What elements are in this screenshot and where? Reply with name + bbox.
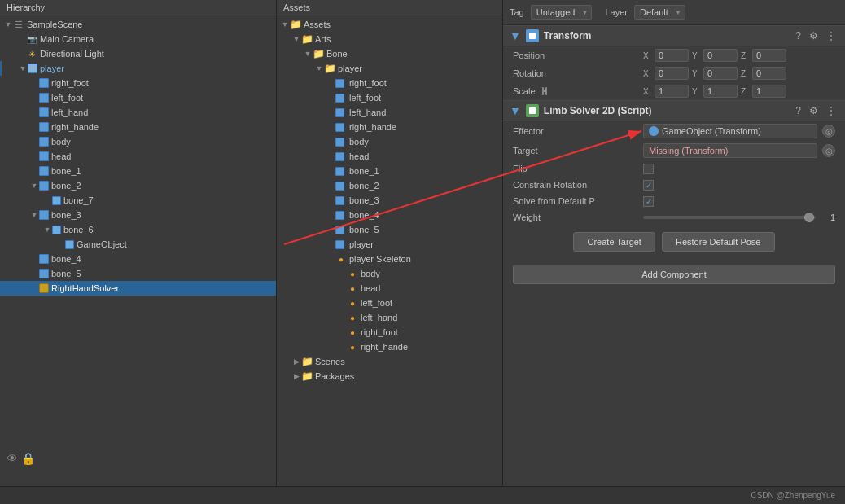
hierarchy-tree[interactable]: ☰SampleScene📷Main Camera☀Directional Lig… bbox=[0, 15, 276, 486]
asset-item-scenes[interactable]: 📁Scenes bbox=[277, 354, 502, 369]
asset-item-left-foot-sub[interactable]: ●left_foot bbox=[277, 296, 502, 310]
scale-z-label: Z bbox=[741, 87, 749, 96]
layer-dropdown[interactable]: Default bbox=[634, 5, 685, 20]
flip-checkbox[interactable] bbox=[643, 164, 654, 174]
arrow-bone6 bbox=[42, 225, 52, 234]
effector-picker-btn[interactable]: ◎ bbox=[822, 125, 835, 138]
asset-item-bone3-asset[interactable]: bone_3 bbox=[277, 193, 502, 208]
hierarchy-item-gameobject[interactable]: GameObject bbox=[0, 237, 276, 252]
eye-icon[interactable]: 👁 bbox=[7, 452, 18, 465]
asset-item-assets-root[interactable]: 📁Assets bbox=[277, 17, 502, 32]
scale-row: Scale X Y Z bbox=[503, 82, 845, 100]
folder-icon-arts: 📁 bbox=[301, 33, 313, 45]
hierarchy-item-samplescene[interactable]: ☰SampleScene bbox=[0, 17, 276, 32]
rot-x-input[interactable] bbox=[655, 67, 689, 80]
add-component-button[interactable]: Add Component bbox=[513, 265, 835, 284]
create-target-button[interactable]: Create Target bbox=[573, 232, 655, 252]
asset-arrow-scenes bbox=[291, 357, 301, 366]
hierarchy-item-bone2[interactable]: bone_2 bbox=[0, 178, 276, 193]
hierarchy-item-right-hande[interactable]: right_hande bbox=[0, 120, 276, 134]
transform-expand-arrow[interactable]: ▼ bbox=[510, 29, 521, 42]
scale-y-input[interactable] bbox=[703, 85, 738, 98]
asset-item-left-hand-asset[interactable]: left_hand bbox=[277, 105, 502, 120]
rot-y-input[interactable] bbox=[703, 67, 738, 80]
hierarchy-item-bone5[interactable]: bone_5 bbox=[0, 266, 276, 281]
constrain-checkbox[interactable] bbox=[643, 180, 654, 191]
lock-icon[interactable]: 🔒 bbox=[21, 452, 35, 465]
cube-icon-left-hand bbox=[39, 107, 49, 117]
asset-arrow-head-sub bbox=[337, 283, 347, 293]
layer-label: Layer bbox=[605, 7, 628, 17]
hierarchy-item-left-hand[interactable]: left_hand bbox=[0, 105, 276, 120]
asset-item-body-asset[interactable]: body bbox=[277, 134, 502, 149]
cube-icon-bone3 bbox=[39, 210, 49, 220]
transform-help-btn[interactable]: ? bbox=[793, 29, 803, 42]
pos-z-input[interactable] bbox=[752, 49, 786, 62]
hierarchy-item-bone7[interactable]: bone_7 bbox=[0, 193, 276, 208]
asset-arrow-assets-root bbox=[280, 20, 290, 29]
asset-item-player-skeleton[interactable]: ●player Skeleton bbox=[277, 252, 502, 266]
rot-z-input[interactable] bbox=[752, 67, 786, 80]
transform-settings-btn[interactable]: ⚙ bbox=[807, 29, 821, 42]
scale-z-input[interactable] bbox=[752, 85, 786, 98]
transform-section-header: ▼ Transform ? ⚙ ⋮ bbox=[503, 25, 845, 46]
asset-item-bone4-asset[interactable]: bone_4 bbox=[277, 208, 502, 222]
hierarchy-item-bone3[interactable]: bone_3 bbox=[0, 208, 276, 222]
asset-label-bone2-asset: bone_2 bbox=[349, 181, 379, 191]
hierarchy-item-righthandsolver[interactable]: RightHandSolver bbox=[0, 281, 276, 296]
weight-slider[interactable] bbox=[643, 216, 816, 219]
hierarchy-item-head[interactable]: head bbox=[0, 149, 276, 164]
hierarchy-item-directional-light[interactable]: ☀Directional Light bbox=[0, 46, 276, 61]
asset-item-arts[interactable]: 📁Arts bbox=[277, 32, 502, 46]
asset-item-head-sub[interactable]: ●head bbox=[277, 281, 502, 296]
asset-item-head-asset[interactable]: head bbox=[277, 149, 502, 164]
asset-item-bone-folder[interactable]: 📁Bone bbox=[277, 46, 502, 61]
asset-arrow-bone-folder bbox=[303, 49, 313, 59]
arrow-bone4 bbox=[29, 254, 39, 264]
limbsolver-help-btn[interactable]: ? bbox=[793, 104, 803, 117]
pos-x-input[interactable] bbox=[655, 49, 689, 62]
asset-item-bone2-asset[interactable]: bone_2 bbox=[277, 178, 502, 193]
hierarchy-item-body[interactable]: body bbox=[0, 134, 276, 149]
target-picker-btn[interactable]: ◎ bbox=[822, 144, 835, 157]
position-label: Position bbox=[513, 50, 643, 60]
limbsolver-expand-arrow[interactable]: ▼ bbox=[510, 104, 521, 117]
hierarchy-item-bone4[interactable]: bone_4 bbox=[0, 252, 276, 266]
hierarchy-item-main-camera[interactable]: 📷Main Camera bbox=[0, 32, 276, 46]
effector-label: Effector bbox=[513, 126, 643, 136]
hierarchy-item-player[interactable]: player bbox=[0, 61, 276, 76]
cube-icon-head bbox=[39, 151, 49, 161]
asset-item-player-asset2[interactable]: player bbox=[277, 237, 502, 252]
asset-item-left-hand-sub[interactable]: ●left_hand bbox=[277, 310, 502, 325]
limbsolver-menu-btn[interactable]: ⋮ bbox=[824, 104, 838, 117]
asset-item-body-sub[interactable]: ●body bbox=[277, 266, 502, 281]
hierarchy-title: Hierarchy bbox=[0, 0, 276, 15]
assets-tree[interactable]: 📁Assets📁Arts📁Bone📁playerright_footleft_f… bbox=[277, 15, 502, 486]
effector-field[interactable]: GameObject (Transform) bbox=[643, 124, 817, 138]
asset-arrow-body-asset bbox=[326, 137, 335, 147]
scale-x-input[interactable] bbox=[655, 85, 689, 98]
asset-item-left-foot-asset[interactable]: left_foot bbox=[277, 90, 502, 105]
restore-pose-button[interactable]: Restore Default Pose bbox=[662, 232, 775, 252]
asset-item-right-foot-asset[interactable]: right_foot bbox=[277, 76, 502, 90]
asset-item-player-asset[interactable]: 📁player bbox=[277, 61, 502, 76]
asset-item-right-hande-sub[interactable]: ●right_hande bbox=[277, 340, 502, 354]
transform-menu-btn[interactable]: ⋮ bbox=[824, 29, 838, 42]
asset-item-bone1-asset[interactable]: bone_1 bbox=[277, 164, 502, 178]
hierarchy-item-bone1[interactable]: bone_1 bbox=[0, 164, 276, 178]
flip-value bbox=[643, 164, 835, 174]
hierarchy-item-right-foot[interactable]: right_foot bbox=[0, 76, 276, 90]
target-field[interactable]: Missing (Transform) bbox=[643, 143, 817, 158]
asset-item-right-foot-sub[interactable]: ●right_foot bbox=[277, 325, 502, 340]
solve-checkbox[interactable] bbox=[643, 196, 654, 207]
pos-y-input[interactable] bbox=[703, 49, 738, 62]
asset-item-right-hande-asset[interactable]: right_hande bbox=[277, 120, 502, 134]
rotation-row: Rotation X Y Z bbox=[503, 64, 845, 82]
hierarchy-item-left-foot[interactable]: left_foot bbox=[0, 90, 276, 105]
limbsolver-settings-btn[interactable]: ⚙ bbox=[807, 104, 821, 117]
asset-item-bone5-asset[interactable]: bone_5 bbox=[277, 222, 502, 237]
circle-icon-body-sub: ● bbox=[347, 268, 358, 279]
asset-item-packages[interactable]: 📁Packages bbox=[277, 369, 502, 383]
hierarchy-item-bone6[interactable]: bone_6 bbox=[0, 222, 276, 237]
tag-dropdown[interactable]: Untagged bbox=[531, 5, 593, 20]
